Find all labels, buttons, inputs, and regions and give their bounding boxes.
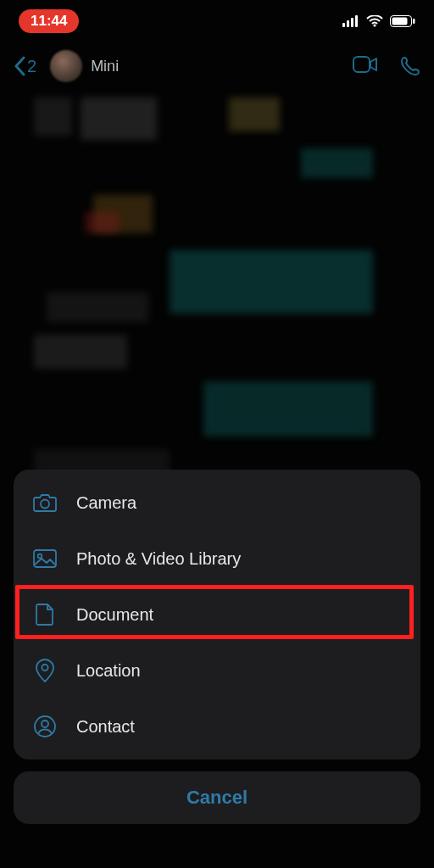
- sheet-item-label: Contact: [76, 717, 135, 737]
- location-icon: [32, 659, 58, 682]
- svg-rect-10: [34, 550, 56, 567]
- svg-rect-0: [342, 23, 345, 27]
- svg-point-4: [373, 24, 376, 26]
- cancel-button[interactable]: Cancel: [14, 771, 420, 824]
- document-icon: [32, 604, 58, 626]
- sheet-item-label: Document: [76, 605, 153, 625]
- sheet-item-photo-library[interactable]: Photo & Video Library: [14, 531, 420, 587]
- status-bar: 11:44: [0, 0, 434, 42]
- avatar[interactable]: [50, 50, 82, 82]
- contact-name[interactable]: Mini: [91, 58, 119, 75]
- contact-icon: [32, 715, 58, 737]
- sheet-item-label: Camera: [76, 493, 136, 513]
- status-icons: [342, 15, 415, 27]
- svg-point-14: [42, 721, 48, 727]
- photo-icon: [32, 549, 58, 568]
- svg-rect-6: [392, 18, 408, 25]
- phone-screen: 11:44 2 Mini: [0, 0, 434, 868]
- wifi-icon: [366, 15, 383, 27]
- svg-rect-8: [353, 57, 370, 72]
- sheet-item-camera[interactable]: Camera: [14, 475, 420, 531]
- status-time: 11:44: [19, 9, 79, 33]
- svg-rect-2: [351, 18, 353, 27]
- sheet-item-label: Photo & Video Library: [76, 549, 241, 569]
- attachment-sheet: Camera Photo & Video Library Document Lo…: [14, 470, 420, 760]
- chevron-left-icon: [14, 56, 25, 76]
- sheet-item-location[interactable]: Location: [14, 643, 420, 698]
- battery-icon: [390, 15, 415, 27]
- cellular-icon: [342, 15, 359, 27]
- voice-call-button[interactable]: [400, 56, 420, 76]
- sheet-item-label: Location: [76, 661, 141, 681]
- back-count: 2: [27, 57, 36, 76]
- camera-icon: [32, 493, 58, 512]
- svg-point-11: [38, 554, 42, 559]
- attachment-sheet-container: Camera Photo & Video Library Document Lo…: [0, 470, 434, 868]
- video-call-button[interactable]: [353, 56, 378, 76]
- svg-point-9: [41, 500, 49, 509]
- svg-point-12: [42, 665, 47, 670]
- cancel-label: Cancel: [186, 787, 248, 809]
- chat-header: 2 Mini: [0, 44, 434, 88]
- sheet-item-contact[interactable]: Contact: [14, 698, 420, 754]
- sheet-item-document[interactable]: Document: [14, 587, 420, 643]
- svg-rect-1: [347, 20, 349, 27]
- back-button[interactable]: 2: [14, 56, 36, 76]
- svg-rect-7: [413, 19, 415, 24]
- svg-rect-3: [355, 15, 358, 27]
